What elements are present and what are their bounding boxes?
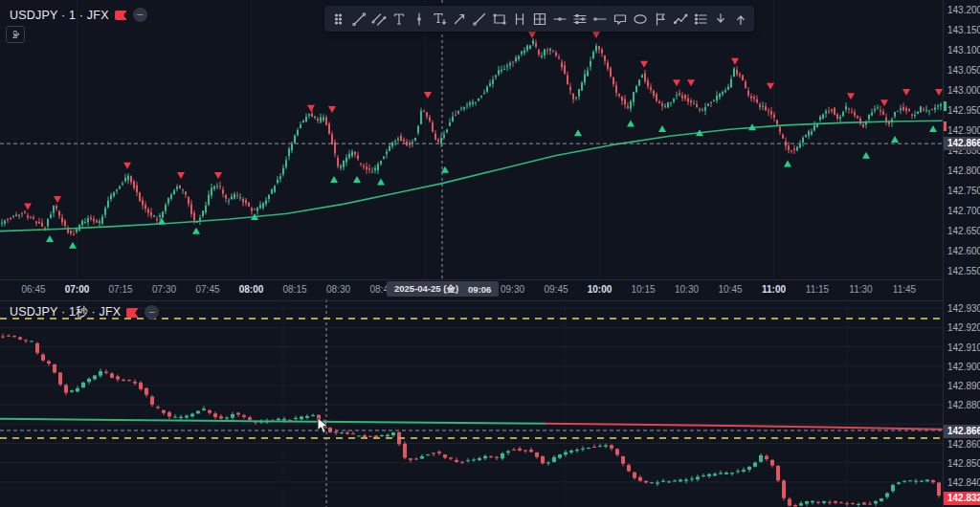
time-tick: 08:00 <box>239 284 264 295</box>
horizontal-line-icon[interactable] <box>549 6 569 32</box>
time-tick: 08:15 <box>282 284 306 295</box>
axis-marker-green <box>944 101 947 111</box>
moving-average-line <box>0 121 942 231</box>
flag-icon[interactable] <box>115 11 127 20</box>
parallel-channel-icon[interactable] <box>368 6 389 32</box>
polyline-icon[interactable] <box>670 6 690 32</box>
grid-layer <box>0 299 943 507</box>
ellipse-icon[interactable] <box>630 6 650 32</box>
regression-bands-icon[interactable] <box>569 6 590 32</box>
top-panel-legend: USDJPY · 1 · JFX – <box>10 8 147 22</box>
hide-panel-icon[interactable]: – <box>133 8 147 22</box>
drawing-toolbar <box>324 6 754 32</box>
buy-signal-icon <box>353 176 361 183</box>
crosshair <box>0 299 943 507</box>
grid-layer <box>78 0 774 279</box>
trend-line-icon[interactable] <box>348 6 368 32</box>
sell-signal-icon <box>214 172 222 179</box>
price-tick: 142.850 <box>947 457 980 468</box>
crosshair-time: 09:06 <box>468 284 491 295</box>
price-tick: 142.860 <box>947 438 980 449</box>
time-tick: 06:45 <box>21 284 45 295</box>
price-tick: 142.800 <box>947 165 980 175</box>
crosshair-time-label: 2025-04-25 (金) 09:06 <box>387 281 499 297</box>
time-tick: 10:00 <box>588 284 612 295</box>
price-axis[interactable]: 142.840142.850142.860142.880142.890142.9… <box>943 0 980 507</box>
drag-handle-icon <box>328 6 348 32</box>
sell-signal-icon <box>592 32 600 38</box>
price-tick: 142.880 <box>947 400 980 410</box>
price-tick: 142.920 <box>947 322 980 333</box>
sell-signal-icon <box>731 58 739 65</box>
time-tick: 07:00 <box>65 284 90 295</box>
vertical-line-icon[interactable] <box>409 6 429 32</box>
long-list-icon[interactable] <box>690 6 710 32</box>
horizontal-ray-icon[interactable] <box>590 6 610 32</box>
date-range-icon[interactable] <box>509 6 529 32</box>
chevron-down-icon <box>12 33 20 37</box>
callout-icon[interactable] <box>610 6 630 32</box>
time-tick: 07:30 <box>152 284 176 295</box>
sell-signal-icon <box>24 204 32 210</box>
sell-signal-icon <box>528 32 536 38</box>
last-price-label: 142.832 <box>944 492 980 505</box>
flag-mark-icon[interactable] <box>650 6 670 32</box>
time-tick: 11:00 <box>762 284 786 295</box>
price-tick: 142.600 <box>947 245 980 255</box>
crosshair-price-label-top: 142.866 <box>944 137 980 150</box>
buy-signal-icon <box>192 228 200 234</box>
bottom-panel-legend: USDJPY · 1秒 · JFX – <box>10 304 159 320</box>
price-tick: 142.700 <box>947 205 980 215</box>
price-tick: 142.900 <box>947 124 980 135</box>
top-symbol-title[interactable]: USDJPY · 1 · JFX <box>10 9 109 22</box>
rectangle-icon[interactable] <box>489 6 509 32</box>
sell-signal-icon <box>673 79 680 86</box>
sell-signal-icon <box>767 83 774 90</box>
price-tick: 142.550 <box>947 265 980 276</box>
buy-signal-icon <box>784 161 791 167</box>
bottom-symbol-title[interactable]: USDJPY · 1秒 · JFX <box>10 304 121 320</box>
anchored-text-icon[interactable] <box>429 6 449 32</box>
arrow-down-icon[interactable] <box>710 6 730 32</box>
sell-signal-icon <box>902 89 910 96</box>
price-tick: 142.930 <box>947 303 980 314</box>
time-tick: 09:30 <box>501 284 524 295</box>
price-tick: 143.050 <box>947 64 980 75</box>
buy-signal-icon <box>377 178 385 185</box>
fib-grid-icon[interactable] <box>529 6 549 32</box>
price-tick: 143.200 <box>947 5 980 15</box>
buy-signal-icon <box>574 129 582 136</box>
buy-signal-icon <box>69 242 77 249</box>
hide-panel-icon[interactable]: – <box>145 305 159 320</box>
crosshair-price-label-bottom: 142.866 <box>944 425 980 438</box>
time-tick: 11:15 <box>806 284 829 295</box>
sell-signal-icon <box>880 99 888 106</box>
buy-signal-icon <box>627 121 635 127</box>
arrow-marker-icon[interactable] <box>449 6 469 32</box>
price-tick: 142.900 <box>947 361 980 371</box>
ray-icon[interactable] <box>469 6 489 32</box>
time-tick: 10:30 <box>675 284 699 295</box>
crosshair <box>0 0 943 279</box>
sell-signal-icon <box>847 93 855 99</box>
arrow-up-icon[interactable] <box>730 6 750 32</box>
collapse-chip[interactable]: 2 <box>6 26 25 43</box>
buy-signal-icon <box>891 136 899 143</box>
text-icon[interactable] <box>389 6 409 32</box>
price-tick: 142.950 <box>947 104 980 115</box>
time-tick: 07:15 <box>108 284 132 295</box>
sell-signal-icon <box>328 106 336 113</box>
price-tick: 142.890 <box>947 380 980 390</box>
top-chart-canvas[interactable] <box>0 0 943 279</box>
time-tick: 07:45 <box>195 284 219 295</box>
bottom-chart-canvas[interactable] <box>0 299 943 507</box>
sell-signal-icon <box>640 61 648 68</box>
time-tick: 09:45 <box>544 284 568 295</box>
time-tick: 10:45 <box>718 284 742 295</box>
sell-signal-icon <box>54 196 61 203</box>
flag-icon[interactable] <box>126 308 139 318</box>
axis-marker-red <box>944 121 947 131</box>
time-tick: 10:15 <box>631 284 655 295</box>
price-tick: 143.000 <box>947 84 980 95</box>
price-tick: 143.100 <box>947 45 980 55</box>
